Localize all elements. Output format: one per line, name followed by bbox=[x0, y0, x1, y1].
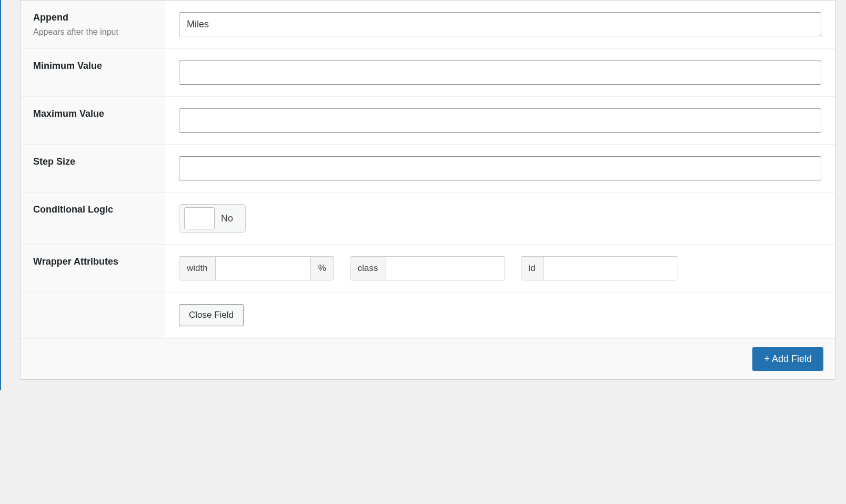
conditional-input-col: No bbox=[165, 193, 835, 244]
step-label-col: Step Size bbox=[21, 145, 165, 192]
conditional-toggle-label: No bbox=[215, 213, 240, 224]
max-title: Maximum Value bbox=[33, 108, 152, 119]
append-input[interactable] bbox=[179, 12, 821, 36]
wrapper-id-label: id bbox=[521, 257, 543, 280]
conditional-toggle-wrap: No bbox=[179, 204, 246, 233]
append-label-col: Append Appears after the input bbox=[21, 1, 165, 48]
wrapper-width-label: width bbox=[179, 257, 216, 280]
row-wrapper-attributes: Wrapper Attributes width % class id bbox=[21, 245, 835, 293]
max-label-col: Maximum Value bbox=[21, 97, 165, 144]
conditional-logic-toggle[interactable] bbox=[184, 207, 215, 229]
field-settings-panel: Append Appears after the input Minimum V… bbox=[20, 0, 835, 380]
wrapper-width-suffix: % bbox=[310, 257, 334, 280]
step-size-input[interactable] bbox=[179, 156, 821, 180]
wrapper-input-col: width % class id bbox=[165, 245, 835, 292]
row-step-size: Step Size bbox=[21, 145, 835, 193]
row-append: Append Appears after the input bbox=[21, 1, 835, 49]
append-description: Appears after the input bbox=[33, 27, 152, 37]
step-input-col bbox=[165, 145, 835, 192]
row-minimum-value: Minimum Value bbox=[21, 49, 835, 97]
wrapper-width-group: width % bbox=[179, 256, 334, 280]
row-maximum-value: Maximum Value bbox=[21, 97, 835, 145]
wrapper-id-input[interactable] bbox=[543, 257, 678, 280]
close-input-col: Close Field bbox=[165, 293, 835, 338]
minimum-value-input[interactable] bbox=[179, 61, 821, 85]
min-title: Minimum Value bbox=[33, 61, 152, 72]
wrapper-title: Wrapper Attributes bbox=[33, 256, 152, 267]
append-input-col bbox=[165, 1, 835, 48]
step-title: Step Size bbox=[33, 156, 152, 167]
panel-footer: + Add Field bbox=[21, 338, 835, 379]
conditional-label-col: Conditional Logic bbox=[21, 193, 165, 244]
close-field-button[interactable]: Close Field bbox=[179, 304, 244, 326]
min-input-col bbox=[165, 49, 835, 96]
close-label-col bbox=[21, 293, 165, 338]
conditional-title: Conditional Logic bbox=[33, 204, 152, 215]
wrapper-class-label: class bbox=[350, 257, 386, 280]
max-input-col bbox=[165, 97, 835, 144]
wrapper-id-group: id bbox=[521, 256, 678, 280]
maximum-value-input[interactable] bbox=[179, 108, 821, 133]
wrapper-class-input[interactable] bbox=[386, 257, 505, 280]
append-title: Append bbox=[33, 12, 152, 23]
min-label-col: Minimum Value bbox=[21, 49, 165, 96]
row-close-field: Close Field bbox=[21, 293, 835, 338]
wrapper-class-group: class bbox=[350, 256, 505, 280]
wrapper-label-col: Wrapper Attributes bbox=[21, 245, 165, 292]
row-conditional-logic: Conditional Logic No bbox=[21, 193, 835, 245]
wrapper-width-input[interactable] bbox=[216, 257, 310, 280]
add-field-button[interactable]: + Add Field bbox=[752, 347, 823, 371]
